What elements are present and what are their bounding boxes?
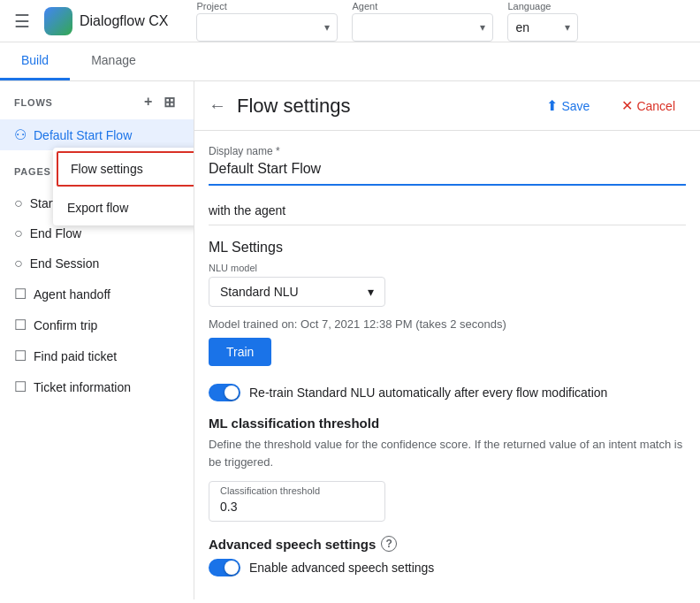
display-name-group: Display name * Default Start Flow (209, 145, 686, 186)
sidebar-item-find-paid-ticket[interactable]: ☐ Find paid ticket (0, 340, 194, 371)
page-title: Flow settings (237, 95, 525, 118)
threshold-section: ML classification threshold Define the t… (209, 416, 686, 522)
project-dropdown[interactable]: ▾ (196, 13, 338, 42)
language-value: en (515, 20, 529, 34)
end-flow-icon: ○ (14, 225, 23, 241)
agent-chevron-icon: ▾ (480, 21, 485, 34)
flows-section: FLOWS + ⊞ (0, 81, 194, 119)
retrain-toggle[interactable] (209, 384, 240, 401)
retrain-toggle-row: Re-train Standard NLU automatically afte… (209, 384, 686, 401)
pages-section-title: PAGES (14, 166, 51, 177)
end-session-icon: ○ (14, 256, 23, 271)
speech-toggle-row: Enable advanced speech settings (209, 559, 686, 576)
threshold-field-value: 0.3 (220, 500, 374, 514)
agent-dropdown[interactable]: ▾ (352, 13, 493, 42)
cancel-label: Cancel (636, 99, 675, 113)
project-dropdown-group: Project ▾ (196, 1, 338, 42)
model-info: Model trained on: Oct 7, 2021 12:38 PM (… (209, 317, 686, 331)
agent-dropdown-group: Agent ▾ (352, 1, 493, 42)
tab-bar: Build Manage (0, 42, 700, 81)
speech-help-icon[interactable]: ? (381, 536, 397, 552)
context-menu-export-flow[interactable]: Export flow (53, 190, 194, 225)
nlu-model-label: NLU model (209, 263, 686, 273)
save-button[interactable]: ⬆ Save (536, 92, 600, 119)
app-logo: Dialogflow CX (44, 7, 168, 35)
hamburger-icon[interactable]: ☰ (7, 4, 37, 39)
sidebar-item-ticket-information[interactable]: ☐ Ticket information (0, 371, 194, 402)
language-chevron-icon: ▾ (565, 21, 570, 34)
ml-settings-title: ML Settings (209, 240, 686, 256)
sidebar-page-end-flow-label: End Flow (30, 226, 81, 240)
speech-title: Advanced speech settings ? (209, 536, 686, 552)
speech-toggle-label: Enable advanced speech settings (249, 561, 434, 575)
sidebar-item-end-session[interactable]: ○ End Session (0, 248, 194, 279)
grid-flow-icon[interactable]: ⊞ (160, 92, 179, 112)
nlu-model-group: NLU model Standard NLU ▾ (209, 263, 686, 307)
sidebar-page-agent-handoff-label: Agent handoff (34, 287, 110, 302)
content-area: ← Flow settings ⬆ Save ✕ Cancel Display … (194, 81, 700, 599)
nlu-model-value: Standard NLU (220, 285, 299, 299)
logo-icon (44, 7, 72, 35)
confirm-trip-icon: ☐ (14, 317, 27, 333)
nlu-model-select[interactable]: Standard NLU ▾ (209, 277, 385, 307)
add-flow-icon[interactable]: + (141, 92, 156, 112)
speech-section: Advanced speech settings ? Enable advanc… (209, 536, 686, 576)
flows-section-title: FLOWS (14, 97, 53, 108)
flows-section-actions: + ⊞ (141, 92, 179, 112)
sidebar-page-start-label: Start (30, 196, 57, 210)
cancel-icon: ✕ (621, 97, 633, 114)
main-layout: FLOWS + ⊞ ⚇ Default Start Flow Flow sett… (0, 81, 700, 599)
speech-toggle[interactable] (209, 559, 240, 576)
speech-title-text: Advanced speech settings (209, 537, 376, 552)
threshold-field-label: Classification threshold (220, 485, 320, 496)
find-paid-ticket-icon: ☐ (14, 347, 27, 364)
agent-handoff-icon: ☐ (14, 286, 27, 302)
context-menu-flow-settings[interactable]: Flow settings (57, 151, 194, 187)
display-name-value[interactable]: Default Start Flow (209, 161, 686, 186)
threshold-desc: Define the threshold value for the confi… (209, 436, 686, 470)
app-name: Dialogflow CX (80, 13, 168, 29)
agent-label: Agent (352, 1, 493, 11)
save-icon: ⬆ (546, 97, 558, 114)
tab-build[interactable]: Build (0, 42, 70, 80)
sidebar: FLOWS + ⊞ ⚇ Default Start Flow Flow sett… (0, 81, 194, 599)
tab-manage[interactable]: Manage (70, 42, 157, 80)
project-label: Project (196, 1, 338, 11)
start-icon: ○ (14, 195, 23, 211)
content-body: Display name * Default Start Flow with t… (194, 131, 700, 599)
sidebar-item-agent-handoff[interactable]: ☐ Agent handoff (0, 279, 194, 309)
display-name-label: Display name * (209, 145, 686, 157)
ticket-info-icon: ☐ (14, 378, 27, 395)
threshold-title: ML classification threshold (209, 416, 686, 431)
project-chevron-icon: ▾ (324, 21, 330, 34)
top-bar-dropdowns: Project ▾ Agent ▾ Language en ▾ (196, 1, 693, 42)
threshold-field[interactable]: Classification threshold 0.3 (209, 481, 385, 522)
cancel-button[interactable]: ✕ Cancel (611, 92, 686, 119)
nlu-model-chevron-icon: ▾ (368, 285, 374, 299)
train-button[interactable]: Train (209, 338, 271, 366)
context-menu: Flow settings Export flow (53, 148, 194, 225)
sidebar-flow-label: Default Start Flow (34, 128, 132, 142)
sidebar-item-confirm-trip[interactable]: ☐ Confirm trip (0, 309, 194, 340)
sidebar-page-find-paid-ticket-label: Find paid ticket (34, 349, 117, 363)
sidebar-item-default-start-flow[interactable]: ⚇ Default Start Flow Flow settings Expor… (0, 119, 194, 150)
sidebar-page-ticket-information-label: Ticket information (34, 380, 131, 394)
language-dropdown[interactable]: en ▾ (507, 13, 578, 42)
back-button[interactable]: ← (209, 95, 226, 116)
flow-person-icon: ⚇ (14, 126, 27, 143)
sidebar-page-confirm-trip-label: Confirm trip (34, 318, 97, 332)
language-label: Language (507, 1, 578, 11)
language-dropdown-group: Language en ▾ (507, 1, 578, 42)
sidebar-page-end-session-label: End Session (30, 256, 100, 271)
save-label: Save (561, 99, 590, 113)
description-partial: with the agent (209, 203, 686, 225)
top-bar: ☰ Dialogflow CX Project ▾ Agent ▾ Langua… (0, 0, 700, 42)
retrain-label: Re-train Standard NLU automatically afte… (249, 385, 607, 400)
flows-section-header: FLOWS + ⊞ (14, 92, 179, 112)
content-header: ← Flow settings ⬆ Save ✕ Cancel (194, 81, 700, 131)
